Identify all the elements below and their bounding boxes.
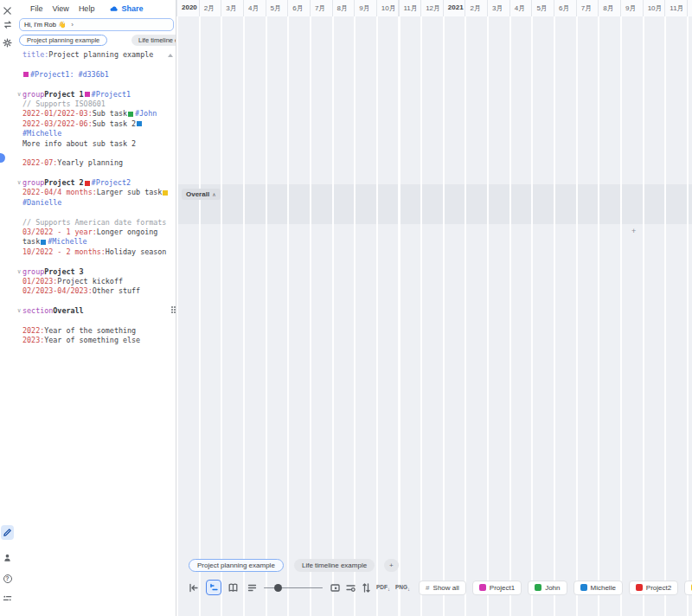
color-swatch xyxy=(128,112,133,117)
code-line[interactable]: #Project1: #d336b1 xyxy=(15,70,171,80)
code-line[interactable] xyxy=(15,149,171,158)
code-token: Overall xyxy=(53,306,83,316)
tag-filter-project2[interactable]: Project2 xyxy=(629,581,678,595)
code-token: Project 2 xyxy=(44,178,83,188)
code-line[interactable] xyxy=(15,208,171,217)
fold-chevron-icon[interactable]: ∨ xyxy=(15,90,22,99)
add-page-tab-button[interactable]: + xyxy=(384,559,399,572)
gear-icon[interactable] xyxy=(2,37,13,48)
section-chip-overall[interactable]: Overall ∧ xyxy=(182,189,221,200)
assistant-input[interactable]: Hi, I'm Rob 👋 › xyxy=(19,18,174,31)
code-line[interactable] xyxy=(15,297,171,306)
code-line[interactable] xyxy=(15,257,171,266)
share-button[interactable]: Share xyxy=(109,4,143,13)
page-tab-1[interactable]: Project planning example xyxy=(189,559,284,572)
editor-tab-2[interactable]: Life timeline example xyxy=(131,35,176,46)
code-line[interactable]: ∨section Overall xyxy=(15,306,171,316)
edit-pencil-icon[interactable] xyxy=(1,525,14,540)
editor-tab-bar: Project planning exampleLife timeline ex… xyxy=(15,35,176,48)
code-token: Year of the something xyxy=(44,326,136,336)
autofit-rows-button[interactable] xyxy=(358,580,374,595)
code-line[interactable]: More info about sub task 2 xyxy=(15,139,171,149)
code-token: #John xyxy=(135,109,157,119)
help-icon[interactable]: ? xyxy=(2,573,13,584)
month-label: 5月 xyxy=(536,3,547,13)
export-png-button[interactable]: PNG ↓ xyxy=(395,584,410,592)
filter-settings-button[interactable] xyxy=(343,580,358,595)
png-label: PNG xyxy=(395,584,407,590)
code-line[interactable]: 03/2022 - 1 year: Longer ongoing xyxy=(15,228,171,237)
code-token: 2022-01/2022-03: xyxy=(22,109,93,119)
menu-file[interactable]: File xyxy=(30,4,43,13)
code-token: Longer ongoing xyxy=(97,228,158,237)
notification-bubble[interactable] xyxy=(0,153,5,163)
swap-arrows-icon[interactable] xyxy=(2,19,13,30)
month-label: 2月 xyxy=(470,3,480,13)
calendar-book-view-button[interactable] xyxy=(225,580,240,595)
code-line[interactable] xyxy=(15,60,171,69)
page-tab-2[interactable]: Life timeline example xyxy=(294,559,375,572)
code-token: 01/2023: xyxy=(22,277,57,286)
month-label: 9月 xyxy=(625,3,636,13)
fold-chevron-icon[interactable]: ∨ xyxy=(15,306,22,316)
zoom-slider[interactable] xyxy=(264,580,323,595)
fold-chevron-icon[interactable]: ∨ xyxy=(15,178,22,188)
panel-resize-handle[interactable] xyxy=(170,303,176,316)
code-line[interactable] xyxy=(15,169,171,178)
tag-filter-michelle[interactable]: Michelle xyxy=(573,581,623,595)
code-line[interactable]: 01/2023: Project kickoff xyxy=(15,277,171,286)
code-line[interactable]: // Supports ISO8601 xyxy=(15,99,171,109)
month-label: 10月 xyxy=(381,3,396,13)
code-line[interactable]: 10/2022 - 2 months: Holiday season xyxy=(15,247,171,257)
profile-person-icon[interactable] xyxy=(2,552,13,563)
month-label: 8月 xyxy=(337,3,348,13)
code-token: More info about sub task 2 xyxy=(22,139,136,149)
color-swatch xyxy=(163,190,168,196)
close-icon[interactable] xyxy=(2,5,13,16)
month-label: 4月 xyxy=(515,3,525,13)
tag-filter-danielle[interactable]: Danielle xyxy=(684,581,692,595)
code-token: Year of something else xyxy=(44,336,140,345)
code-line[interactable] xyxy=(15,80,171,89)
editor-tab-1[interactable]: Project planning example xyxy=(19,35,107,46)
month-label: 3月 xyxy=(226,3,236,13)
code-line[interactable]: #Danielle xyxy=(15,198,171,208)
go-to-start-button[interactable] xyxy=(185,580,201,595)
code-line[interactable]: 2022-04/4 months: Larger sub task xyxy=(15,188,171,197)
code-line[interactable]: 2022-01/2022-03: Sub task #John xyxy=(15,109,171,119)
hash-icon: # xyxy=(426,584,429,592)
show-all-button[interactable]: # Show all xyxy=(419,581,466,595)
zoom-slider-thumb[interactable] xyxy=(274,584,282,592)
code-line[interactable]: 2022-03/2022-06: Sub task 2 xyxy=(15,119,171,129)
tag-filter-project1[interactable]: Project1 xyxy=(472,581,522,595)
code-line[interactable] xyxy=(15,317,171,326)
tag-filter-john[interactable]: John xyxy=(528,581,567,595)
menu-view[interactable]: View xyxy=(53,4,69,13)
code-line[interactable]: ∨group Project 1 #Project1 xyxy=(15,90,171,99)
export-pdf-button[interactable]: PDF ↓ xyxy=(376,584,390,592)
code-line[interactable]: 02/2023-04/2023: Other stuff xyxy=(15,286,171,296)
code-token: 2022-03/2022-06: xyxy=(22,119,93,129)
code-line[interactable]: // Supports American date formats xyxy=(15,218,171,228)
code-line[interactable]: 2022: Year of the something xyxy=(15,326,171,336)
code-line[interactable]: title: Project planning example xyxy=(15,50,171,60)
fold-chevron-icon[interactable]: ∨ xyxy=(15,267,22,277)
minimap-toggle-button[interactable] xyxy=(327,580,343,595)
code-line[interactable]: 2022-07: Yearly planning xyxy=(15,158,171,168)
code-editor[interactable]: title: Project planning example#Project1… xyxy=(15,50,171,616)
code-line[interactable]: task #Michelle xyxy=(15,237,171,247)
timelines-list-icon[interactable] xyxy=(2,593,13,604)
timeline-canvas[interactable]: 20202月3月4月5月6月7月8月9月10月11月12月20212月3月4月5… xyxy=(176,0,692,616)
scrollbar-up-arrow[interactable] xyxy=(168,54,173,57)
code-line[interactable]: ∨group Project 2 #Project2 xyxy=(15,178,171,188)
code-token: Yearly planning xyxy=(57,158,123,168)
list-view-button[interactable] xyxy=(244,580,260,595)
code-line[interactable]: #Michelle xyxy=(15,129,171,138)
month-label: 6月 xyxy=(559,3,569,13)
add-event-marker[interactable]: + xyxy=(631,227,636,235)
code-line[interactable]: ∨group Project 3 xyxy=(15,267,171,277)
code-token: group xyxy=(22,267,44,277)
menu-help[interactable]: Help xyxy=(79,4,95,13)
code-line[interactable]: 2023: Year of something else xyxy=(15,336,171,345)
timeline-view-button[interactable] xyxy=(206,580,221,595)
